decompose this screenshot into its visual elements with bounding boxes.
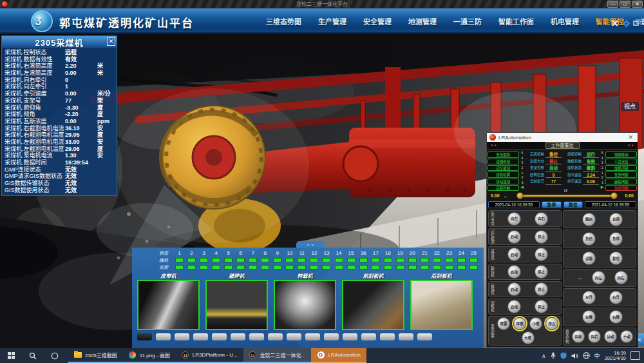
close-icon[interactable]: ✕ <box>107 37 115 46</box>
maximize-button[interactable]: □ <box>620 1 630 8</box>
nav-item[interactable]: 机电管理 <box>542 16 587 26</box>
taskbar-item[interactable]: U龙软二三维一体化... <box>243 348 312 363</box>
nav-item[interactable]: 三维态势图 <box>258 16 310 26</box>
round-control-button[interactable]: 向右 <box>535 212 548 226</box>
round-control-button[interactable]: 停喷 <box>513 317 526 330</box>
thumbnail-chip[interactable] <box>137 333 152 340</box>
round-control-button[interactable]: 试验 <box>582 251 596 265</box>
round-control-button[interactable]: 喷雾 <box>497 317 510 330</box>
round-control-button[interactable]: 右降 <box>609 310 623 324</box>
speaker-icon[interactable] <box>571 353 578 359</box>
reset-button[interactable]: 复位 <box>564 201 583 208</box>
status-button[interactable]: 运输闭锁 <box>605 179 637 184</box>
thumbnail-chip[interactable] <box>361 333 376 340</box>
nav-item[interactable]: 生产管理 <box>310 16 355 26</box>
tools-icon[interactable] <box>611 19 620 28</box>
thumbnail-chip[interactable] <box>231 333 245 340</box>
nav-item[interactable]: 一通三防 <box>445 16 490 26</box>
round-control-button[interactable]: 向前 <box>572 330 585 343</box>
ime-indicator[interactable]: 中 <box>594 351 600 360</box>
camera-feed[interactable] <box>205 280 268 330</box>
round-control-button[interactable]: 急停 <box>609 232 623 246</box>
round-control-button[interactable]: 急启 <box>582 232 596 246</box>
round-control-button[interactable]: 手动 <box>620 330 633 343</box>
thumbnail-chip[interactable] <box>268 333 283 340</box>
round-control-button[interactable]: 启动 <box>507 300 521 313</box>
round-control-button[interactable]: 向右 <box>614 271 628 284</box>
thumbnail-chip[interactable] <box>343 333 357 340</box>
round-control-button[interactable]: 启动 <box>507 265 521 279</box>
round-control-button[interactable]: 停止 <box>535 248 548 261</box>
taskbar-item[interactable]: 2305三维截图 <box>68 348 123 363</box>
round-control-button[interactable]: 停止 <box>535 230 548 244</box>
thumbnail-chip[interactable] <box>212 333 227 340</box>
status-button[interactable]: 视频联动 <box>605 152 637 157</box>
tray-chevron-icon[interactable]: ∧ <box>542 353 546 359</box>
status-button[interactable]: 自动放煤 <box>488 179 519 184</box>
thumbnail-chip[interactable] <box>324 333 339 340</box>
thumbnail-chip[interactable] <box>417 333 432 340</box>
taskbar-item[interactable]: DLRAutomation <box>311 348 366 363</box>
notification-center-icon[interactable] <box>630 351 640 360</box>
round-control-button[interactable]: 停止 <box>545 317 558 330</box>
status-button[interactable]: 急停闭锁 <box>605 185 637 191</box>
thumbnail-chip[interactable] <box>175 333 189 340</box>
status-button[interactable]: 远程控制 <box>488 185 519 191</box>
start-button[interactable] <box>0 348 22 363</box>
network-globe-icon[interactable] <box>583 352 590 359</box>
round-control-button[interactable]: 右升 <box>609 291 623 304</box>
thumbnail-chip[interactable] <box>380 333 395 340</box>
status-button[interactable]: 人员定位 <box>605 159 637 164</box>
clock[interactable]: 16:39 2021/4/10 <box>605 351 626 361</box>
close-button[interactable]: ✕ <box>632 1 643 8</box>
taskbar-item[interactable]: ULR3DPlatform - U... <box>176 348 243 363</box>
round-control-button[interactable]: 停止 <box>535 265 548 279</box>
status-button[interactable]: 支架闭锁 <box>605 172 637 177</box>
round-control-button[interactable]: 小喷 <box>529 317 542 330</box>
thumbnail-chip[interactable] <box>193 333 208 340</box>
thumbnail-chip[interactable] <box>249 333 264 340</box>
round-control-button[interactable]: 左升 <box>582 291 596 304</box>
gear-icon[interactable] <box>621 19 630 28</box>
round-control-button[interactable]: 左降 <box>582 310 596 324</box>
round-control-button[interactable]: 大喷 <box>522 331 535 344</box>
resize-icon[interactable] <box>632 19 641 28</box>
round-control-button[interactable]: 停止 <box>535 300 548 313</box>
round-control-button[interactable]: 启动 <box>507 248 521 261</box>
microphone-icon[interactable] <box>551 352 556 359</box>
minimize-button[interactable]: — <box>607 1 618 8</box>
nav-item[interactable]: 智能工作面 <box>490 16 542 26</box>
thumbnail-chip[interactable] <box>305 333 320 340</box>
round-control-button[interactable]: 启动 <box>507 282 521 296</box>
status-button[interactable]: 煤机闭锁 <box>605 165 637 171</box>
status-button[interactable]: 煤机喷雾 <box>488 172 519 177</box>
task-view-button[interactable] <box>44 348 66 363</box>
round-control-button[interactable]: 自动 <box>604 330 617 343</box>
round-control-button[interactable]: 停止 <box>535 282 548 296</box>
camera-feed[interactable] <box>274 280 336 330</box>
viewpoint-button[interactable]: 视点 <box>621 102 639 111</box>
status-button[interactable]: 成组移架 <box>488 159 519 164</box>
search-button[interactable] <box>22 348 44 363</box>
camera-feed[interactable] <box>342 280 404 330</box>
round-control-button[interactable]: 向左 <box>592 271 605 284</box>
round-control-button[interactable]: 顺启 <box>582 213 596 226</box>
round-control-button[interactable]: 总停 <box>609 213 623 226</box>
estop-button[interactable]: 急停 <box>542 201 562 208</box>
taskbar-item[interactable]: 11.png - 画图 <box>123 348 176 363</box>
round-control-button[interactable]: 启动 <box>507 230 521 244</box>
round-control-button[interactable]: 向后 <box>588 330 601 343</box>
nav-item[interactable]: 安全管理 <box>355 16 400 26</box>
tab-workface-control[interactable]: 工作面集控 <box>545 142 580 149</box>
round-control-button[interactable]: 复位 <box>609 251 623 265</box>
nav-item[interactable]: 地测管理 <box>400 16 445 26</box>
thumbnail-chip[interactable] <box>156 333 171 340</box>
round-control-button[interactable]: 向左 <box>507 212 521 226</box>
shield-icon[interactable] <box>560 352 567 359</box>
close-icon[interactable]: ✕ <box>626 134 635 141</box>
thumbnail-chip[interactable] <box>399 333 413 340</box>
status-button[interactable]: 记忆截割 <box>488 165 519 171</box>
thumbnail-chip[interactable] <box>287 333 301 340</box>
camera-feed[interactable] <box>410 280 473 330</box>
camera-feed[interactable] <box>137 280 200 330</box>
